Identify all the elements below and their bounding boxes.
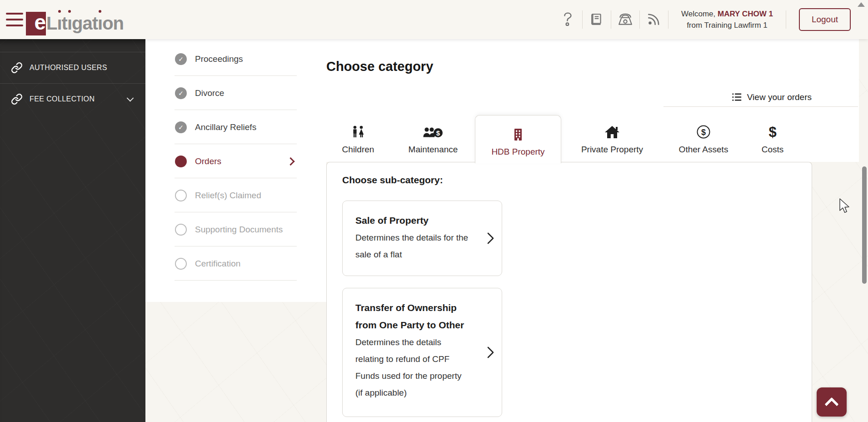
dollar-circle-icon: $: [696, 125, 711, 139]
children-icon: [350, 125, 366, 139]
chevron-right-icon: [487, 347, 494, 358]
tab-maintenance[interactable]: $ Maintenance: [393, 116, 473, 161]
building-icon: [512, 127, 524, 141]
step-upcoming-icon: [175, 258, 187, 270]
app-header: e Lıtıgatıon: [0, 0, 868, 39]
user-guide-icon[interactable]: [583, 0, 611, 39]
chevron-up-icon: [824, 397, 838, 411]
svg-text:$: $: [701, 128, 706, 137]
card-transfer-of-ownership[interactable]: Transfer of Ownership from One Party to …: [342, 288, 502, 417]
svg-text:$: $: [436, 129, 440, 137]
header-actions: Welcome, MARY CHOW 1 from Training Lawfi…: [554, 0, 851, 39]
scroll-to-top-button[interactable]: [817, 387, 847, 417]
chevron-right-icon: [286, 157, 294, 165]
wizard-steps: Proceedings Divorce Ancillary Reliefs Or…: [145, 39, 326, 302]
sidebar-item-label: FEE COLLECTION: [30, 95, 95, 103]
tab-hdb-property[interactable]: HDB Property: [475, 115, 561, 163]
scrollbar-thumb[interactable]: [862, 166, 867, 284]
step-completed-icon: [175, 53, 187, 65]
mouse-cursor: [839, 198, 850, 215]
logo-wordmark: Lıtıgatıon: [46, 14, 124, 35]
chevron-right-icon: [487, 232, 494, 244]
card-description: Determines the details for the sale of a…: [355, 229, 489, 263]
step-divorce[interactable]: Divorce: [145, 76, 326, 110]
step-completed-icon: [175, 87, 187, 99]
news-feed-icon[interactable]: [640, 0, 668, 39]
step-supporting-documents: Supporting Documents: [145, 212, 326, 246]
firm-name: from Training Lawfirm 1: [681, 20, 773, 31]
list-icon: [732, 92, 742, 102]
sidebar: AUTHORISED USERS FEE COLLECTION: [0, 39, 145, 422]
dollar-icon: $: [768, 125, 776, 139]
sidebar-item-fee-collection[interactable]: FEE COLLECTION: [0, 83, 145, 115]
house-icon: [604, 125, 620, 139]
menu-icon[interactable]: [6, 13, 23, 26]
app-logo[interactable]: e Lıtıgatıon: [26, 12, 124, 35]
tab-costs[interactable]: $ Costs: [733, 116, 813, 161]
card-sale-of-property[interactable]: Sale of Property Determines the details …: [342, 201, 502, 276]
page-title: Choose category: [326, 59, 433, 74]
maintenance-icon: $: [423, 125, 444, 139]
user-name: MARY CHOW 1: [718, 10, 773, 18]
tab-children[interactable]: Children: [318, 116, 398, 161]
view-your-orders-link[interactable]: View your orders: [732, 92, 812, 102]
category-panel: Choose sub-category: Sale of Property De…: [326, 162, 812, 422]
divider: [663, 106, 858, 107]
divider: [786, 10, 786, 29]
scrollbar: [862, 0, 868, 422]
step-upcoming-icon: [175, 224, 187, 236]
page: e Lıtıgatıon: [0, 0, 868, 422]
welcome-text: Welcome, MARY CHOW 1 from Training Lawfi…: [681, 8, 773, 31]
scrollbar-up-arrow[interactable]: [858, 2, 865, 7]
sidebar-item-label: AUTHORISED USERS: [30, 64, 107, 72]
step-ancillary-reliefs[interactable]: Ancillary Reliefs: [145, 110, 326, 144]
sidebar-item-authorised-users[interactable]: AUTHORISED USERS: [0, 52, 145, 83]
step-reliefs-claimed: Relief(s) Claimed: [145, 178, 326, 212]
link-icon: [11, 62, 23, 74]
divider: [668, 10, 668, 29]
step-certification: Certification: [145, 246, 326, 281]
step-upcoming-icon: [175, 190, 187, 201]
tab-other-assets[interactable]: $ Other Assets: [663, 116, 743, 161]
contact-phone-icon[interactable]: [611, 0, 639, 39]
step-proceedings[interactable]: Proceedings: [145, 42, 326, 76]
step-current-icon: [175, 156, 187, 167]
card-description: Determines the details relating to refun…: [355, 334, 489, 401]
logo-mark: e: [26, 12, 46, 35]
help-icon[interactable]: [554, 0, 582, 39]
step-completed-icon: [175, 121, 187, 133]
step-orders[interactable]: Orders: [145, 144, 326, 178]
card-title: Transfer of Ownership from One Party to …: [355, 299, 489, 334]
link-icon: [11, 93, 23, 105]
chevron-down-icon: [127, 95, 134, 102]
card-title: Sale of Property: [355, 212, 489, 229]
logout-button[interactable]: Logout: [799, 8, 851, 31]
tab-private-property[interactable]: Private Property: [572, 116, 652, 161]
subcategory-heading: Choose sub-category:: [342, 175, 443, 186]
